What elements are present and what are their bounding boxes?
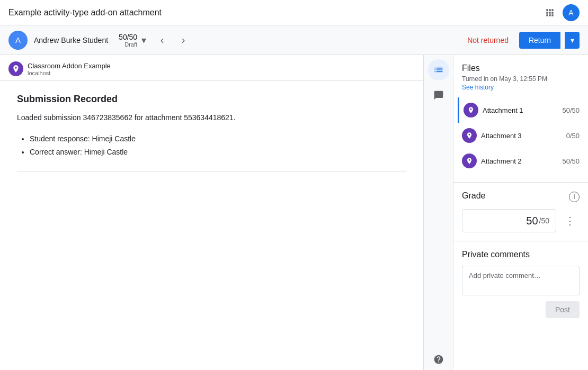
main-layout: Classroom Addon Example localhost Submis…: [0, 55, 588, 370]
comment-input[interactable]: [462, 266, 580, 295]
user-avatar[interactable]: A: [563, 4, 580, 21]
list-item: Correct answer: Himeji Castle: [30, 146, 406, 159]
attachment-item-2[interactable]: Attachment 3 0/50: [462, 123, 580, 148]
left-content: Classroom Addon Example localhost Submis…: [0, 55, 423, 370]
breadcrumb-icon: [8, 61, 23, 76]
turned-in-text: Turned in on May 3, 12:55 PM: [462, 75, 580, 83]
student-avatar: A: [8, 31, 28, 50]
grade-more-button[interactable]: ⋮: [560, 211, 580, 230]
page-title: Example activity-type add-on attachment: [8, 8, 162, 17]
attachment-item-1[interactable]: Attachment 1 50/50: [458, 97, 580, 123]
attachment-score-1: 50/50: [562, 106, 580, 114]
submission-body: Loaded submission 346723835662 for attac…: [17, 113, 406, 122]
attachment-left: Attachment 3: [462, 128, 522, 143]
student-bar-left: A Andrew Burke Student 50/50 Draft ▾ ‹ ›: [8, 31, 193, 50]
grade-header: Grade i: [462, 191, 580, 203]
right-panel: Files Turned in on May 3, 12:55 PM See h…: [453, 55, 588, 370]
attachment-icon-2: [462, 128, 477, 143]
private-comments-section: Private comments Post: [453, 241, 588, 327]
submission-title: Submission Recorded: [17, 94, 406, 105]
attachment-icon-3: [462, 154, 477, 168]
attachment-item-3[interactable]: Attachment 2 50/50: [462, 148, 580, 174]
draft-label: Draft: [124, 41, 137, 48]
list-item: Student response: Himeji Castle: [30, 132, 406, 146]
post-button[interactable]: Post: [546, 301, 580, 318]
breadcrumb-title: Classroom Addon Example: [28, 62, 111, 70]
student-bar: A Andrew Burke Student 50/50 Draft ▾ ‹ ›…: [0, 25, 588, 55]
breadcrumb: Classroom Addon Example localhost: [0, 55, 423, 81]
attachment-left: Attachment 1: [464, 103, 523, 118]
top-bar-right: A: [544, 4, 580, 21]
top-bar: Example activity-type add-on attachment …: [0, 0, 588, 25]
grade-input-box[interactable]: 50 /50: [462, 209, 556, 232]
attachment-score-2: 0/50: [566, 132, 580, 140]
attachment-name-1: Attachment 1: [483, 106, 523, 114]
attachment-left: Attachment 2: [462, 154, 522, 168]
return-dropdown-button[interactable]: ▾: [565, 32, 580, 49]
attachment-icon-1: [464, 103, 478, 118]
side-icon-bar: [423, 55, 453, 370]
student-info: Andrew Burke Student 50/50 Draft ▾: [34, 33, 146, 48]
document-area: Submission Recorded Loaded submission 34…: [0, 81, 423, 370]
rubric-icon-button[interactable]: [428, 59, 449, 80]
grade-input-row: 50 /50 ⋮: [462, 209, 580, 232]
comment-icon-button[interactable]: [428, 85, 449, 106]
grade-section: Grade i 50 /50 ⋮: [453, 183, 588, 241]
private-comments-title: Private comments: [462, 250, 580, 259]
comment-actions: Post: [462, 301, 580, 318]
grade-total: /50: [539, 216, 549, 225]
divider: [17, 172, 406, 172]
student-name: Andrew Burke Student: [34, 36, 108, 44]
side-bottom: [428, 137, 449, 370]
return-button[interactable]: Return: [519, 32, 560, 49]
help-icon-button[interactable]: [428, 349, 449, 370]
grade-value: 50: [526, 215, 538, 227]
not-returned-badge: Not returned: [461, 33, 515, 48]
attachment-name-3: Attachment 2: [481, 157, 522, 165]
submission-list: Student response: Himeji Castle Correct …: [17, 132, 406, 159]
grade-info-icon[interactable]: i: [569, 192, 580, 202]
student-dropdown-arrow[interactable]: ▾: [141, 34, 146, 46]
attachment-score-3: 50/50: [562, 157, 580, 165]
score-draft: 50/50 Draft: [119, 33, 137, 48]
prev-student-button[interactable]: ‹: [153, 31, 172, 50]
next-student-button[interactable]: ›: [174, 31, 193, 50]
grade-title: Grade: [462, 191, 485, 201]
see-history-link[interactable]: See history: [462, 84, 580, 91]
nav-arrows: ‹ ›: [153, 31, 193, 50]
breadcrumb-subtitle: localhost: [28, 70, 111, 76]
files-title: Files: [462, 64, 580, 73]
student-bar-right: Not returned Return ▾: [461, 32, 580, 49]
files-section: Files Turned in on May 3, 12:55 PM See h…: [453, 55, 588, 183]
breadcrumb-texts: Classroom Addon Example localhost: [28, 62, 111, 76]
grid-icon[interactable]: [544, 6, 556, 19]
score-text: 50/50: [119, 33, 137, 41]
attachment-name-2: Attachment 3: [481, 132, 522, 140]
